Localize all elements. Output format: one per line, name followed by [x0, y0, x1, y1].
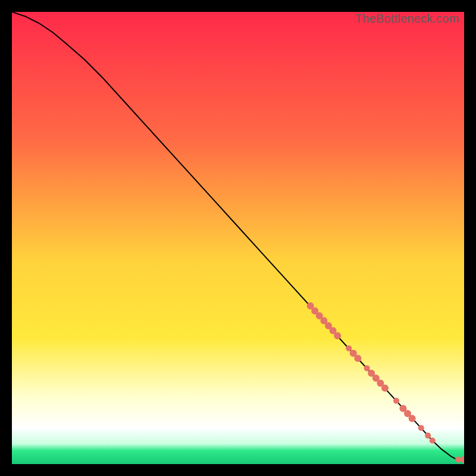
- data-marker: [455, 456, 461, 462]
- data-marker: [346, 345, 352, 351]
- data-marker: [354, 355, 361, 362]
- data-marker: [393, 398, 399, 404]
- chart-svg: [12, 12, 464, 464]
- data-marker: [409, 415, 416, 422]
- data-marker: [364, 365, 370, 371]
- chart-frame: TheBottleneck.com: [12, 12, 464, 464]
- gradient-background: [12, 12, 464, 464]
- data-marker: [425, 433, 431, 439]
- data-marker: [430, 438, 436, 444]
- data-marker: [334, 332, 341, 339]
- data-marker: [418, 425, 424, 431]
- attribution-label: TheBottleneck.com: [355, 12, 459, 26]
- data-marker: [381, 384, 389, 392]
